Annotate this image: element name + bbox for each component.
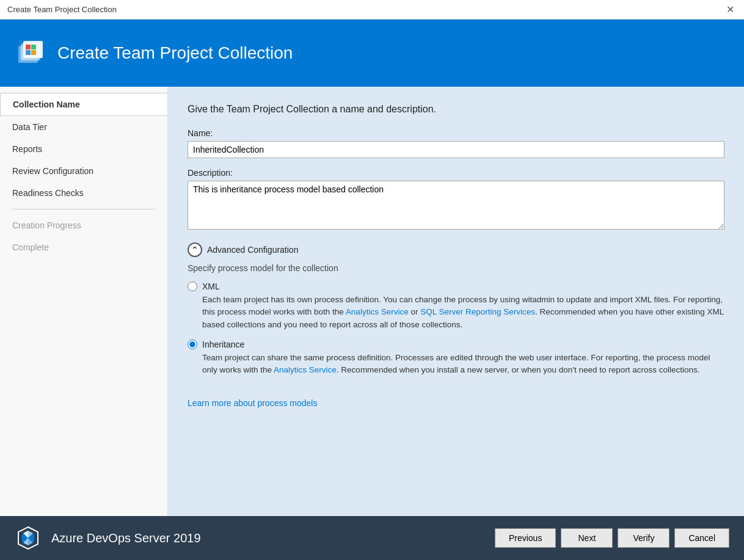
content-panel: Give the Team Project Collection a name … (168, 87, 744, 516)
xml-radio[interactable] (188, 282, 197, 291)
dialog-header: Create Team Project Collection (0, 20, 744, 87)
sidebar: Collection Name Data Tier Reports Review… (0, 87, 168, 516)
sidebar-item-reports[interactable]: Reports (0, 138, 167, 160)
sidebar-divider (12, 209, 155, 209)
specify-label: Specify process model for the collection (188, 263, 724, 273)
dialog-title: Create Team Project Collection (57, 43, 293, 63)
chevron-up-icon: ⌃ (191, 245, 199, 255)
learn-more-link[interactable]: Learn more about process models (188, 398, 317, 408)
previous-button[interactable]: Previous (495, 528, 556, 548)
inheritance-radio[interactable] (188, 340, 197, 349)
svg-rect-3 (26, 45, 31, 49)
inheritance-desc-2: . Recommended when you install a new ser… (337, 365, 700, 374)
name-label: Name: (188, 128, 724, 138)
inheritance-radio-row: Inheritance (188, 340, 724, 349)
close-button[interactable]: ✕ (724, 5, 737, 15)
svg-rect-6 (31, 50, 36, 55)
content-intro: Give the Team Project Collection a name … (188, 104, 724, 115)
footer-brand-text: Azure DevOps Server 2019 (51, 531, 201, 545)
inheritance-description: Team project can share the same process … (202, 352, 724, 377)
footer-buttons: Previous Next Verify Cancel (495, 528, 729, 548)
advanced-configuration-toggle[interactable]: ⌃ Advanced Configuration (188, 242, 724, 257)
sidebar-item-creation-progress: Creation Progress (0, 214, 167, 236)
window-title: Create Team Project Collection (7, 5, 117, 14)
sidebar-item-readiness-checks[interactable]: Readiness Checks (0, 182, 167, 204)
header-icon (15, 37, 46, 69)
xml-description: Each team project has its own process de… (202, 294, 724, 331)
name-input[interactable] (188, 141, 724, 158)
analytics-service-link-2[interactable]: Analytics Service (274, 365, 337, 374)
next-button[interactable]: Next (561, 528, 613, 548)
xml-desc-2: or (409, 307, 421, 316)
sql-server-reporting-services-link[interactable]: SQL Server Reporting Services (420, 307, 535, 316)
xml-label[interactable]: XML (202, 282, 220, 291)
advanced-chevron-btn[interactable]: ⌃ (188, 242, 202, 257)
footer: Azure DevOps Server 2019 Previous Next V… (0, 516, 744, 560)
sidebar-item-review-configuration[interactable]: Review Configuration (0, 160, 167, 182)
sidebar-item-collection-name[interactable]: Collection Name (0, 93, 167, 116)
sidebar-item-data-tier[interactable]: Data Tier (0, 116, 167, 138)
footer-brand: Azure DevOps Server 2019 (15, 525, 201, 551)
cancel-button[interactable]: Cancel (674, 528, 729, 548)
description-textarea[interactable]: This is inheritance process model based … (188, 181, 724, 230)
footer-logo-icon (15, 525, 42, 551)
verify-button[interactable]: Verify (618, 528, 669, 548)
advanced-label: Advanced Configuration (207, 245, 298, 255)
inheritance-option: Inheritance Team project can share the s… (188, 340, 724, 377)
title-bar: Create Team Project Collection ✕ (0, 0, 744, 20)
xml-radio-row: XML (188, 282, 724, 291)
xml-option: XML Each team project has its own proces… (188, 282, 724, 331)
analytics-service-link-1[interactable]: Analytics Service (346, 307, 409, 316)
svg-rect-5 (26, 50, 31, 55)
description-label: Description: (188, 168, 724, 178)
main-area: Collection Name Data Tier Reports Review… (0, 87, 744, 516)
sidebar-item-complete: Complete (0, 236, 167, 258)
svg-rect-4 (31, 45, 36, 49)
inheritance-label[interactable]: Inheritance (202, 340, 244, 349)
